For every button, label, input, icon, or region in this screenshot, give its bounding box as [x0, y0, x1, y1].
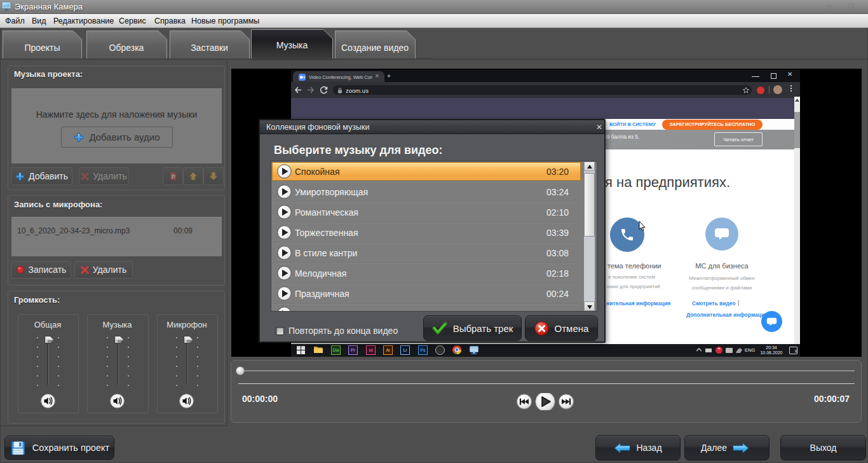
svg-text:P: P: [172, 174, 175, 180]
